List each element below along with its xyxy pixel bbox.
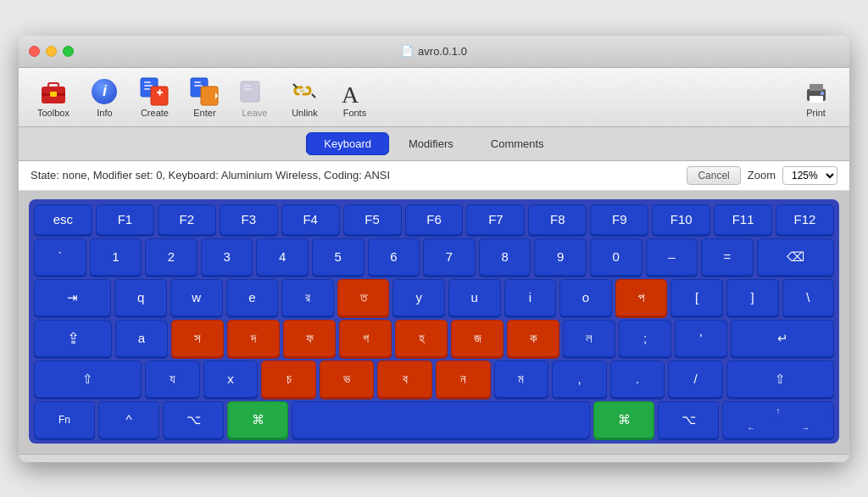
status-bar: State: none, Modifier set: 0, Keyboard: … bbox=[19, 161, 849, 191]
key-slash[interactable]: / bbox=[668, 360, 723, 398]
zoom-select[interactable]: 125% 100% 150% 75% bbox=[782, 166, 837, 185]
key-left-option[interactable]: ⌥ bbox=[163, 401, 224, 438]
key-fn[interactable]: Fn bbox=[34, 401, 95, 438]
unlink-icon bbox=[290, 76, 319, 107]
key-n-na[interactable]: ন bbox=[436, 360, 491, 398]
key-j-ja[interactable]: জ bbox=[451, 320, 504, 357]
key-g-ga[interactable]: গ bbox=[339, 320, 392, 357]
create-button[interactable]: Create bbox=[131, 73, 178, 121]
toolbar: Toolbox i Info Create bbox=[19, 68, 849, 127]
key-t-ta[interactable]: ত bbox=[337, 279, 390, 316]
key-y[interactable]: y bbox=[392, 279, 445, 316]
key-4[interactable]: 4 bbox=[256, 238, 309, 276]
key-backtick[interactable]: ` bbox=[34, 238, 86, 276]
key-period[interactable]: . bbox=[610, 360, 665, 398]
key-right-cmd[interactable]: ⌘ bbox=[593, 401, 654, 438]
key-w[interactable]: w bbox=[170, 279, 223, 316]
tab-comments[interactable]: Comments bbox=[473, 132, 562, 155]
key-k-ka[interactable]: ক bbox=[507, 320, 559, 357]
key-x[interactable]: x bbox=[203, 360, 259, 398]
tab-modifiers[interactable]: Modifiers bbox=[391, 132, 471, 155]
key-equals[interactable]: = bbox=[701, 238, 754, 276]
key-close-bracket[interactable]: ] bbox=[726, 279, 779, 316]
key-h-ha[interactable]: হ bbox=[395, 320, 448, 357]
key-d-da[interactable]: দ bbox=[227, 320, 280, 357]
key-right-option[interactable]: ⌥ bbox=[658, 401, 719, 438]
key-f3[interactable]: F3 bbox=[220, 204, 278, 235]
key-f10[interactable]: F10 bbox=[652, 204, 710, 235]
key-f12[interactable]: F12 bbox=[776, 204, 834, 235]
print-label: Print bbox=[806, 108, 826, 118]
key-f1[interactable]: F1 bbox=[96, 204, 154, 235]
key-esc[interactable]: esc bbox=[34, 204, 92, 235]
key-f2[interactable]: F2 bbox=[158, 204, 216, 235]
key-f7[interactable]: F7 bbox=[466, 204, 525, 235]
key-m-ma[interactable]: ম bbox=[494, 360, 549, 398]
svg-point-26 bbox=[821, 92, 824, 95]
key-z-ya[interactable]: য bbox=[145, 360, 200, 398]
key-f9[interactable]: F9 bbox=[590, 204, 648, 235]
minimize-button[interactable] bbox=[46, 46, 57, 57]
bottom-row: Fn ^ ⌥ ⌘ ⌘ ⌥ ↑ ← → bbox=[34, 401, 834, 438]
key-2[interactable]: 2 bbox=[145, 238, 198, 276]
key-i[interactable]: i bbox=[504, 279, 557, 316]
status-text: State: none, Modifier set: 0, Keyboard: … bbox=[31, 169, 390, 181]
key-quote[interactable]: ' bbox=[675, 320, 727, 357]
key-3[interactable]: 3 bbox=[201, 238, 253, 276]
key-arrow-cluster[interactable]: ↑ ← → bbox=[722, 401, 834, 438]
print-button[interactable]: Print bbox=[793, 73, 839, 121]
key-dash[interactable]: – bbox=[646, 238, 698, 276]
key-r-ra[interactable]: র bbox=[281, 279, 334, 316]
key-capslock[interactable]: ⇪ bbox=[34, 320, 112, 357]
key-l-la[interactable]: ল bbox=[563, 320, 615, 357]
doc-icon: 📄 bbox=[401, 45, 414, 57]
key-f8[interactable]: F8 bbox=[528, 204, 587, 235]
key-left-shift[interactable]: ⇧ bbox=[34, 360, 142, 398]
key-enter[interactable]: ↵ bbox=[731, 320, 834, 357]
key-space[interactable] bbox=[292, 401, 590, 438]
key-backspace[interactable]: ⌫ bbox=[757, 238, 834, 276]
key-1[interactable]: 1 bbox=[90, 238, 142, 276]
key-6[interactable]: 6 bbox=[368, 238, 420, 276]
close-button[interactable] bbox=[29, 46, 40, 57]
unlink-button[interactable]: Unlink bbox=[281, 73, 328, 121]
fonts-button[interactable]: A Fonts bbox=[331, 73, 378, 121]
key-backslash[interactable]: \ bbox=[782, 279, 835, 316]
key-7[interactable]: 7 bbox=[423, 238, 476, 276]
key-b-ba[interactable]: ব bbox=[377, 360, 432, 398]
key-s-sa[interactable]: স bbox=[171, 320, 224, 357]
key-f6[interactable]: F6 bbox=[405, 204, 464, 235]
tab-keyboard[interactable]: Keyboard bbox=[306, 132, 389, 155]
key-f4[interactable]: F4 bbox=[281, 204, 340, 235]
cancel-button[interactable]: Cancel bbox=[687, 166, 740, 185]
key-ctrl[interactable]: ^ bbox=[98, 401, 159, 438]
key-f5[interactable]: F5 bbox=[343, 204, 402, 235]
key-o[interactable]: o bbox=[559, 279, 612, 316]
key-q[interactable]: q bbox=[114, 279, 167, 316]
key-comma[interactable]: , bbox=[552, 360, 607, 398]
svg-rect-24 bbox=[810, 84, 823, 91]
key-right-shift[interactable]: ⇧ bbox=[726, 360, 834, 398]
key-f-pha[interactable]: ফ bbox=[283, 320, 336, 357]
bottom-bar bbox=[19, 454, 849, 462]
key-open-bracket[interactable]: [ bbox=[670, 279, 723, 316]
leave-button[interactable]: Leave bbox=[231, 73, 278, 121]
key-p-pa[interactable]: প bbox=[615, 279, 668, 316]
key-v-bha[interactable]: ভ bbox=[320, 360, 375, 398]
key-a[interactable]: a bbox=[115, 320, 168, 357]
toolbox-button[interactable]: Toolbox bbox=[29, 73, 78, 121]
key-c-ca[interactable]: চ bbox=[261, 360, 316, 398]
key-f11[interactable]: F11 bbox=[714, 204, 772, 235]
key-e[interactable]: e bbox=[226, 279, 279, 316]
key-9[interactable]: 9 bbox=[534, 238, 587, 276]
info-button[interactable]: i Info bbox=[81, 73, 128, 121]
key-5[interactable]: 5 bbox=[312, 238, 364, 276]
key-0[interactable]: 0 bbox=[590, 238, 643, 276]
key-semicolon[interactable]: ; bbox=[619, 320, 671, 357]
key-left-cmd[interactable]: ⌘ bbox=[227, 401, 288, 438]
enter-button[interactable]: Enter bbox=[181, 73, 228, 121]
zoom-button[interactable] bbox=[63, 46, 74, 57]
key-tab[interactable]: ⇥ bbox=[34, 279, 111, 316]
key-u[interactable]: u bbox=[448, 279, 501, 316]
key-8[interactable]: 8 bbox=[479, 238, 531, 276]
